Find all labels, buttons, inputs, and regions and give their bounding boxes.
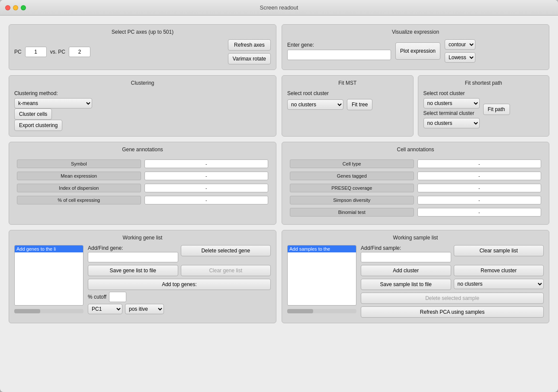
- root-cluster-select-mst[interactable]: no clusters: [287, 99, 343, 110]
- working-sample-title: Working sample list: [287, 235, 544, 241]
- gene-ann-label: Index of dispersion: [17, 184, 141, 192]
- close-button[interactable]: [5, 5, 10, 10]
- add-top-genes-button[interactable]: Add top genes:: [88, 279, 271, 290]
- cell-ann-label: Binomial test: [290, 208, 414, 217]
- fit-path-button[interactable]: Fit path: [483, 104, 510, 115]
- add-top-genes-row: Add top genes: % cutoff PC1 pos itive: [88, 279, 271, 314]
- gene-list-top-row: Add/Find gene: Delete selected gene: [88, 245, 271, 262]
- sample-list-area[interactable]: Add samples to the: [287, 245, 356, 306]
- pc2-input[interactable]: [69, 47, 90, 57]
- fit-mst-title: Fit MST: [287, 80, 408, 86]
- gene-input[interactable]: [287, 50, 391, 60]
- terminal-cluster-label: Select terminal cluster: [423, 110, 480, 116]
- cell-annotations-title: Cell annotations: [287, 147, 544, 153]
- save-sample-list-button[interactable]: Save sample list to file: [361, 279, 451, 290]
- pc-direction-row: PC1 pos itive: [88, 304, 271, 314]
- fit-path-title: Fit shortest path: [423, 80, 544, 86]
- clustering-panel: Clustering Clustering method: k-means Cl…: [9, 75, 276, 137]
- gene-list-area-wrap: Add genes to the li: [14, 245, 83, 314]
- clustering-method-select[interactable]: k-means: [14, 98, 92, 108]
- fit-mst-panel: Fit MST Select root cluster no clusters …: [282, 75, 414, 137]
- terminal-cluster-select[interactable]: no clusters: [423, 118, 480, 128]
- cell-annotations-table: Cell type - Genes tagged - PRESEQ covera…: [287, 157, 544, 219]
- remove-cluster-button[interactable]: Remove cluster: [454, 265, 544, 276]
- fit-tree-button[interactable]: Fit tree: [347, 99, 372, 110]
- cell-ann-row: Cell type -: [289, 159, 542, 169]
- gene-ann-value: -: [144, 159, 269, 168]
- percent-row: % cutoff: [88, 292, 271, 302]
- cluster-cells-button[interactable]: Cluster cells: [14, 108, 52, 120]
- add-find-gene-section: Add/Find gene:: [88, 245, 178, 262]
- clustering-inner: Clustering method: k-means Cluster cells…: [14, 90, 271, 131]
- sample-cluster-select[interactable]: no clusters: [454, 279, 544, 289]
- visualize-selects: contour Lowess: [445, 39, 475, 63]
- pc-axes-right: Refresh axes Varimax rotate: [228, 39, 271, 64]
- gene-list-placeholder: Add genes to the li: [15, 245, 83, 252]
- root-cluster-label: Select root cluster: [287, 90, 329, 96]
- pc-axes-inner: PC vs. PC Refresh axes Varimax rotate: [14, 39, 271, 64]
- fit-mst-controls: no clusters Fit tree: [287, 99, 372, 110]
- cell-ann-value: -: [417, 184, 542, 192]
- add-find-sample-section: Add/Find sample:: [361, 245, 451, 262]
- cell-ann-label: Genes tagged: [290, 172, 414, 180]
- minimize-button[interactable]: [13, 5, 18, 10]
- cell-ann-row: PRESEQ coverage -: [289, 183, 542, 193]
- titlebar: Screen readout: [0, 0, 558, 16]
- cell-ann-value: -: [417, 208, 542, 217]
- add-cluster-button[interactable]: Add cluster: [361, 265, 451, 276]
- pc-axes-left: PC vs. PC: [14, 47, 90, 57]
- pc-axes-panel: Select PC axes (up to 501) PC vs. PC Ref…: [9, 24, 276, 70]
- pc-dropdown[interactable]: PC1: [88, 304, 122, 314]
- gene-annotations-panel: Gene annotations Symbol - Mean expressio…: [9, 142, 276, 225]
- refresh-pca-button[interactable]: Refresh PCA using samples: [361, 306, 544, 318]
- varimax-rotate-button[interactable]: Varimax rotate: [228, 53, 271, 64]
- delete-selected-sample-button[interactable]: Delete selected sample: [361, 293, 544, 304]
- gene-section: Enter gene:: [287, 42, 391, 60]
- working-gene-title: Working gene list: [14, 235, 271, 241]
- add-find-sample-input[interactable]: [361, 252, 451, 262]
- percent-cutoff-input[interactable]: [109, 292, 126, 302]
- cell-ann-value: -: [417, 159, 542, 168]
- window-title: Screen readout: [260, 4, 298, 11]
- sample-save-row: Save sample list to file no clusters: [361, 279, 544, 290]
- contour-select[interactable]: contour: [445, 39, 475, 50]
- pc1-input[interactable]: [25, 47, 47, 57]
- gene-list-scrollbar[interactable]: [14, 309, 83, 313]
- add-find-sample-label: Add/Find sample:: [361, 245, 451, 251]
- gene-list-area[interactable]: Add genes to the li: [14, 245, 83, 306]
- working-sample-inner: Add samples to the Add/Find sample: Clea…: [287, 245, 544, 318]
- gene-ann-row: Index of dispersion -: [16, 183, 269, 193]
- sample-list-controls: Add/Find sample: Clear sample list Add c…: [361, 245, 544, 318]
- root-cluster-select-path[interactable]: no clusters: [423, 98, 480, 108]
- gene-ann-row: Mean expression -: [16, 171, 269, 181]
- working-gene-inner: Add genes to the li Add/Find gene: Delet…: [14, 245, 271, 314]
- visualize-inner: Enter gene: Plot expression contour Lowe…: [287, 39, 544, 63]
- gene-ann-row: Symbol -: [16, 159, 269, 169]
- gene-ann-value: -: [144, 196, 269, 204]
- gene-ann-label: Symbol: [17, 159, 141, 168]
- gene-list-controls: Add/Find gene: Delete selected gene Save…: [88, 245, 271, 314]
- gene-ann-value: -: [144, 172, 269, 180]
- clear-gene-list-button[interactable]: Clear gene list: [181, 265, 271, 276]
- cell-ann-row: Simpson diversity -: [289, 195, 542, 205]
- cell-ann-label: Cell type: [290, 159, 414, 168]
- sample-list-placeholder: Add samples to the: [288, 245, 356, 252]
- direction-dropdown[interactable]: pos itive: [125, 304, 164, 314]
- sample-mid-row: Add cluster Remove cluster: [361, 265, 544, 276]
- vs-pc-label: vs. PC: [50, 49, 65, 55]
- sample-list-scrollbar[interactable]: [287, 309, 356, 313]
- gene-ann-value: -: [144, 184, 269, 192]
- maximize-button[interactable]: [21, 5, 26, 10]
- save-gene-list-button[interactable]: Save gene list to file: [88, 265, 178, 276]
- clear-sample-list-button[interactable]: Clear sample list: [454, 245, 544, 256]
- plot-expression-button[interactable]: Plot expression: [395, 42, 440, 60]
- delete-selected-gene-button[interactable]: Delete selected gene: [181, 245, 271, 256]
- fit-path-panel: Fit shortest path Select root cluster no…: [418, 75, 550, 137]
- cell-ann-value: -: [417, 172, 542, 180]
- lowess-select[interactable]: Lowess: [445, 52, 475, 63]
- refresh-axes-button[interactable]: Refresh axes: [228, 39, 271, 51]
- export-clustering-button[interactable]: Export clustering: [14, 120, 62, 131]
- pc-axes-title: Select PC axes (up to 501): [14, 29, 271, 35]
- add-find-gene-input[interactable]: [88, 252, 178, 262]
- fit-mst-inner: Select root cluster no clusters Fit tree: [287, 90, 408, 110]
